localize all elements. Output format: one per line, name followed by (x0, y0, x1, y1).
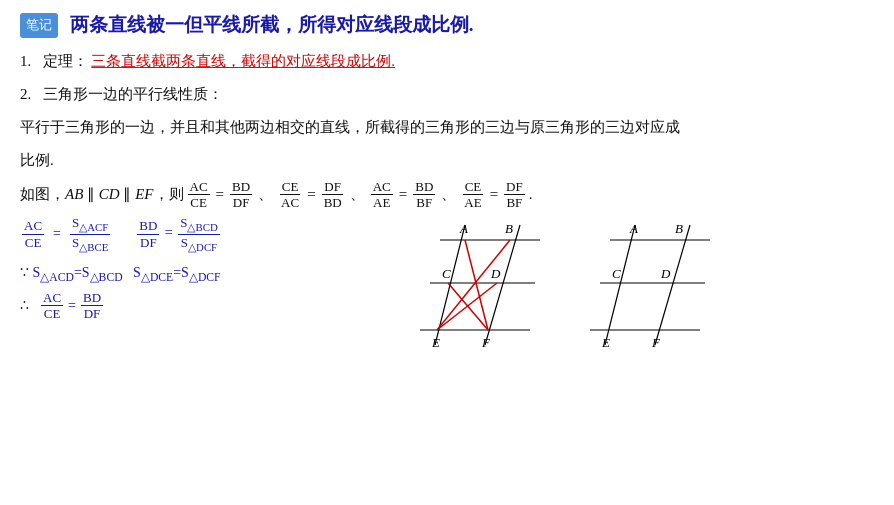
svg-line-6 (437, 240, 510, 330)
svg-text:E: E (601, 335, 610, 350)
frac-bd-df: BDDF (230, 179, 252, 211)
paragraph1: 平行于三角形的一边，并且和其他两边相交的直线，所截得的三角形的三边与原三角形的三… (20, 113, 874, 142)
proof-line1: ACCE = S△ACFS△BCE BDDF = S△BCDS△DCF (20, 215, 400, 253)
svg-text:E: E (431, 335, 440, 350)
svg-text:C: C (442, 266, 451, 281)
svg-text:A: A (459, 221, 468, 236)
frac-ac-ce: ACCE (188, 179, 210, 211)
main-title: 两条直线被一但平线所截，所得对应线段成比例. (70, 14, 474, 35)
diagrams-area: A B C D E F A B C D (410, 215, 874, 370)
hw-frac-ac-ce: ACCE (22, 218, 44, 250)
theorem-label: 定理： (43, 53, 88, 69)
theorem-content: 三条直线截两条直线，截得的对应线段成比例. (91, 53, 395, 69)
hw-frac-sbcd-sdcf: S△BCDS△DCF (178, 215, 220, 253)
frac-df-bd: DFBD (322, 179, 344, 211)
frac-ce-ae: CEAE (462, 179, 483, 211)
svg-text:F: F (651, 335, 661, 350)
svg-text:D: D (660, 266, 671, 281)
svg-text:B: B (505, 221, 513, 236)
diagram-with-x: A B C D E F (410, 215, 570, 370)
frac-ce-ac: CEAC (279, 179, 301, 211)
svg-text:A: A (629, 221, 638, 236)
property-label: 三角形一边的平行线性质： (43, 86, 223, 102)
note-badge: 笔记 (20, 13, 58, 38)
svg-text:F: F (481, 335, 491, 350)
bottom-area: ACCE = S△ACFS△BCE BDDF = S△BCDS△DCF (20, 215, 874, 370)
frac-ac-ae: ACAE (371, 179, 393, 211)
theorem-number: 1. (20, 53, 39, 69)
frac-df-bf: DFBF (504, 179, 525, 211)
svg-line-8 (437, 283, 497, 330)
hw-frac-saacf-sbce: S△ACFS△BCE (70, 215, 110, 253)
proof-line2: ∵ S△ACD=S△BCD S△DCE=S△DCF (20, 258, 400, 290)
paragraph2: 比例. (20, 146, 874, 175)
svg-line-4 (485, 225, 520, 345)
formula-intro: 如图，AB ∥ CD ∥ EF，则 (20, 178, 184, 211)
hw-frac-bd-df3: BDDF (81, 290, 103, 322)
theorem-section: 1. 定理： 三条直线截两条直线，截得的对应线段成比例. (20, 48, 874, 75)
svg-text:C: C (612, 266, 621, 281)
formula-line: 如图，AB ∥ CD ∥ EF，则 ACCE = BDDF 、 CEAC = D… (20, 178, 874, 211)
hw-frac-bd-df2: BDDF (137, 218, 159, 250)
frac-bd-bf: BDBF (413, 179, 435, 211)
property-number: 2. (20, 86, 39, 102)
svg-text:D: D (490, 266, 501, 281)
svg-line-19 (655, 225, 690, 345)
svg-text:B: B (675, 221, 683, 236)
property-section: 2. 三角形一边的平行线性质： (20, 81, 874, 108)
svg-line-18 (605, 225, 635, 345)
hw-frac-ac-ce2: ACCE (41, 290, 63, 322)
proof-line3: ∴ ACCE = BDDF (20, 290, 400, 322)
header-section: 笔记 两条直线被一但平线所截，所得对应线段成比例. (20, 10, 874, 40)
proof-steps: ACCE = S△ACFS△BCE BDDF = S△BCDS△DCF (20, 215, 400, 370)
diagram-plain: A B C D E F (580, 215, 740, 370)
page: 笔记 两条直线被一但平线所截，所得对应线段成比例. 1. 定理： 三条直线截两条… (0, 0, 894, 505)
